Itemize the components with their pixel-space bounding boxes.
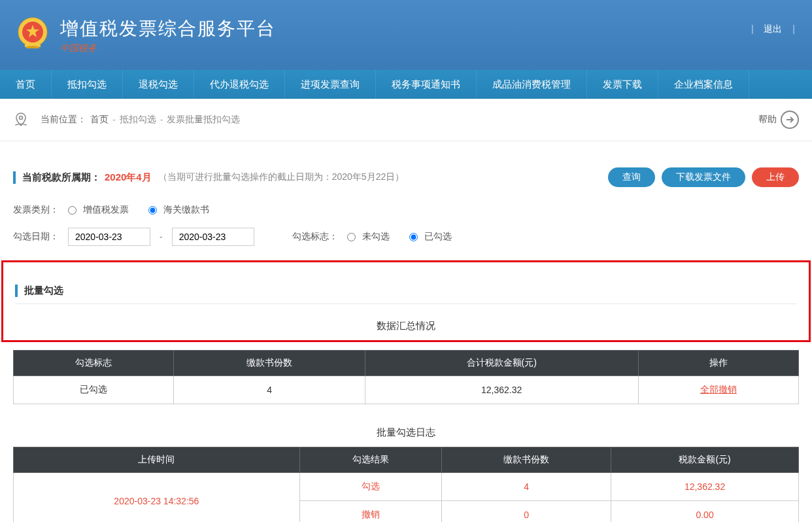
help-label: 帮助 bbox=[758, 114, 777, 126]
th-amount: 税款金额(元) bbox=[611, 447, 799, 473]
breadcrumb-label: 当前位置： bbox=[41, 114, 86, 126]
table-row: 已勾选 4 12,362.32 全部撤销 bbox=[14, 376, 799, 404]
date-dash: - bbox=[160, 232, 163, 242]
th-count: 缴款书份数 bbox=[442, 447, 611, 473]
main-content: 当前税款所属期： 2020年4月 （当期可进行批量勾选操作的截止日期为：2020… bbox=[0, 167, 812, 522]
location-icon bbox=[13, 112, 29, 128]
period-row: 当前税款所属期： 2020年4月 （当期可进行批量勾选操作的截止日期为：2020… bbox=[13, 167, 799, 192]
th-action: 操作 bbox=[638, 351, 798, 376]
date-from-input[interactable] bbox=[68, 228, 150, 246]
logo-text: 增值税发票综合服务平台 中国税务 bbox=[60, 16, 276, 54]
table-row: 2020-03-23 14:32:56 勾选 4 12,362.32 bbox=[14, 473, 799, 501]
revoke-all-link[interactable]: 全部撤销 bbox=[700, 384, 737, 394]
nav-deduct[interactable]: 抵扣勾选 bbox=[52, 70, 123, 99]
header-right: | 退出 | bbox=[747, 24, 799, 35]
cell-time: 2020-03-23 14:32:56 bbox=[14, 473, 300, 523]
arrow-right-icon bbox=[781, 111, 799, 129]
radio-vat[interactable]: 增值税发票 bbox=[68, 204, 129, 216]
table-header-row: 勾选标志 缴款书份数 合计税款金额(元) 操作 bbox=[14, 351, 799, 376]
radio-customs-label: 海关缴款书 bbox=[163, 204, 209, 216]
cell-amount: 12,362.32 bbox=[365, 376, 638, 404]
radio-checked-input[interactable] bbox=[409, 233, 418, 241]
invoice-type-row: 发票类别： 增值税发票 海关缴款书 bbox=[13, 204, 799, 216]
th-count: 缴款书份数 bbox=[174, 351, 365, 376]
header-sep: | bbox=[747, 24, 758, 34]
table-header-row: 上传时间 勾选结果 缴款书份数 税款金额(元) bbox=[14, 447, 799, 473]
period-value: 2020年4月 bbox=[105, 171, 152, 184]
help-button[interactable]: 帮助 bbox=[758, 111, 799, 129]
radio-customs-input[interactable] bbox=[148, 206, 157, 215]
radio-vat-label: 增值税发票 bbox=[83, 204, 129, 216]
summary-table: 勾选标志 缴款书份数 合计税款金额(元) 操作 已勾选 4 12,362.32 … bbox=[13, 350, 799, 404]
radio-checked[interactable]: 已勾选 bbox=[409, 231, 452, 243]
radio-unchecked-input[interactable] bbox=[347, 233, 356, 241]
cell-count: 4 bbox=[442, 473, 611, 501]
radio-unchecked[interactable]: 未勾选 bbox=[347, 231, 390, 243]
cell-amount: 0.00 bbox=[611, 501, 799, 523]
cell-result: 勾选 bbox=[299, 473, 441, 501]
date-to-input[interactable] bbox=[172, 228, 254, 246]
radio-customs[interactable]: 海关缴款书 bbox=[148, 204, 209, 216]
download-button[interactable]: 下载发票文件 bbox=[662, 167, 745, 187]
section-divider bbox=[15, 304, 797, 304]
breadcrumb-step1[interactable]: 抵扣勾选 bbox=[120, 114, 156, 126]
nav-input-query[interactable]: 进项发票查询 bbox=[285, 70, 376, 99]
date-flag-row: 勾选日期： - 勾选标志： 未勾选 已勾选 bbox=[13, 228, 799, 246]
cell-action: 全部撤销 bbox=[638, 376, 798, 404]
radio-unchecked-label: 未勾选 bbox=[362, 231, 390, 243]
period-note: （当期可进行批量勾选操作的截止日期为：2020年5月22日） bbox=[158, 171, 405, 183]
nav-refund[interactable]: 退税勾选 bbox=[123, 70, 194, 99]
th-flag: 勾选标志 bbox=[14, 351, 174, 376]
cell-amount: 12,362.32 bbox=[611, 473, 799, 501]
cell-result: 撤销 bbox=[299, 501, 441, 523]
app-header: 增值税发票综合服务平台 中国税务 | 退出 | bbox=[0, 0, 812, 70]
date-label: 勾选日期： bbox=[13, 231, 59, 243]
nav-download[interactable]: 发票下载 bbox=[587, 70, 658, 99]
upload-button[interactable]: 上传 bbox=[752, 167, 799, 187]
nav-tax-notice[interactable]: 税务事项通知书 bbox=[376, 70, 477, 99]
log-table: 上传时间 勾选结果 缴款书份数 税款金额(元) 2020-03-23 14:32… bbox=[13, 447, 799, 522]
action-buttons: 查询 下载发票文件 上传 bbox=[608, 167, 799, 187]
nav-home[interactable]: 首页 bbox=[0, 70, 52, 99]
app-subtitle: 中国税务 bbox=[60, 43, 276, 54]
nav-agent-refund[interactable]: 代办退税勾选 bbox=[194, 70, 285, 99]
batch-section: 批量勾选 数据汇总情况 bbox=[1, 260, 811, 342]
th-amount: 合计税款金额(元) bbox=[365, 351, 638, 376]
batch-title: 批量勾选 bbox=[15, 285, 809, 297]
th-time: 上传时间 bbox=[14, 447, 300, 473]
cell-flag: 已勾选 bbox=[14, 376, 174, 404]
th-result: 勾选结果 bbox=[299, 447, 441, 473]
breadcrumb-bar: 当前位置： 首页 - 抵扣勾选 - 发票批量抵扣勾选 帮助 bbox=[0, 99, 812, 141]
log-caption: 批量勾选日志 bbox=[13, 426, 799, 439]
cell-count: 4 bbox=[174, 376, 365, 404]
invoice-type-label: 发票类别： bbox=[13, 204, 59, 216]
breadcrumb-home[interactable]: 首页 bbox=[90, 114, 109, 126]
radio-checked-label: 已勾选 bbox=[424, 231, 452, 243]
breadcrumb-step2: 发票批量抵扣勾选 bbox=[167, 114, 240, 126]
query-button[interactable]: 查询 bbox=[608, 167, 655, 187]
logo-area: 增值税发票综合服务平台 中国税务 bbox=[13, 16, 276, 55]
radio-vat-input[interactable] bbox=[68, 206, 76, 215]
main-nav: 首页 抵扣勾选 退税勾选 代办退税勾选 进项发票查询 税务事项通知书 成品油消费… bbox=[0, 70, 812, 99]
nav-enterprise[interactable]: 企业档案信息 bbox=[658, 70, 749, 99]
emblem-icon bbox=[13, 16, 52, 55]
breadcrumb-sep: - bbox=[160, 114, 163, 125]
nav-oil-tax[interactable]: 成品油消费税管理 bbox=[477, 70, 587, 99]
flag-label: 勾选标志： bbox=[292, 231, 338, 243]
header-sep: | bbox=[788, 24, 799, 34]
summary-caption: 数据汇总情况 bbox=[3, 320, 809, 332]
svg-point-4 bbox=[20, 116, 23, 120]
app-title: 增值税发票综合服务平台 bbox=[60, 16, 276, 41]
period-label: 当前税款所属期： bbox=[13, 171, 101, 184]
logout-link[interactable]: 退出 bbox=[760, 24, 786, 34]
cell-count: 0 bbox=[442, 501, 611, 523]
breadcrumb-sep: - bbox=[112, 114, 116, 125]
